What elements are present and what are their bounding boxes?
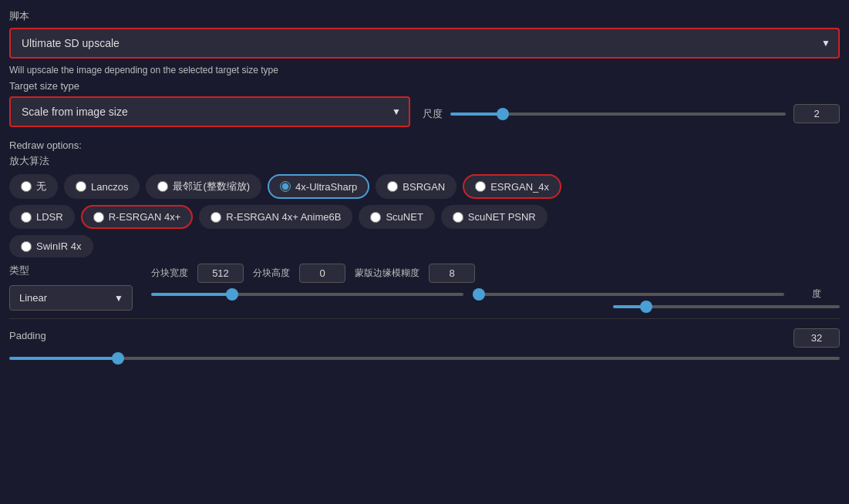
divider	[9, 318, 840, 319]
radio-label-ultrasharp: 4x-UltraSharp	[295, 181, 357, 193]
padding-section: Padding	[9, 328, 840, 362]
mask-blur-input[interactable]	[429, 264, 475, 283]
radio-group-row1: 无 Lanczos 最邻近(整数缩放) 4x-UltraSharp BSRGAN…	[9, 174, 840, 199]
chunk-width-slider[interactable]	[151, 293, 463, 296]
radio-group-row2: LDSR R-ESRGAN 4x+ R-ESRGAN 4x+ Anime6B S…	[9, 205, 840, 229]
radio-resrgan-anime[interactable]	[211, 212, 221, 223]
padding-input[interactable]	[793, 328, 840, 348]
radio-label-scunet-psnr: ScuNET PSNR	[468, 211, 536, 223]
padding-label: Padding	[9, 330, 786, 341]
radio-item-scunet[interactable]: ScuNET	[359, 205, 434, 229]
mask-blur-label-2: 度	[812, 287, 821, 301]
radio-label-lanczos: Lanczos	[91, 181, 128, 193]
algo-label: 放大算法	[9, 154, 840, 168]
radio-label-esrgan4x: ESRGAN_4x	[490, 181, 549, 193]
radio-none[interactable]	[21, 181, 32, 192]
radio-scunet-psnr[interactable]	[453, 212, 463, 223]
chunk-width-input[interactable]	[197, 264, 244, 283]
padding-slider-container	[9, 351, 840, 362]
radio-ldsr[interactable]	[21, 212, 32, 223]
radio-resrgan4x[interactable]	[93, 212, 104, 223]
radio-item-lanczos[interactable]: Lanczos	[64, 174, 140, 199]
radio-item-nearest[interactable]: 最邻近(整数缩放)	[146, 174, 261, 199]
bottom-section: 类型 Linear ▼ 分块宽度 分块高度 蒙版边缘模糊度	[9, 264, 840, 311]
redraw-label: Redraw options:	[9, 139, 840, 151]
radio-item-resrgan4x[interactable]: R-ESRGAN 4x+	[81, 205, 194, 229]
chunk-width-label: 分块宽度	[151, 267, 188, 280]
type-dropdown-wrapper: Linear ▼	[9, 285, 133, 311]
radio-bsrgan[interactable]	[387, 181, 398, 192]
script-dropdown-wrapper: Ultimate SD upscale ▼	[9, 28, 840, 59]
radio-item-bsrgan[interactable]: BSRGAN	[376, 174, 457, 199]
hint-text: Will upscale the image depending on the …	[9, 65, 840, 76]
radio-label-nearest: 最邻近(整数缩放)	[173, 180, 250, 193]
radio-esrgan4x[interactable]	[475, 181, 486, 192]
chunk-height-label: 分块高度	[253, 267, 290, 280]
target-size-select[interactable]: Scale from image size	[9, 96, 410, 127]
chunk-height-input[interactable]	[299, 264, 345, 283]
radio-label-swinir: SwinIR 4x	[36, 240, 82, 252]
type-select[interactable]: Linear	[9, 285, 133, 311]
radio-item-scunet-psnr[interactable]: ScuNET PSNR	[441, 205, 547, 229]
radio-ultrasharp[interactable]	[280, 181, 291, 192]
chunk-height-slider[interactable]	[473, 293, 785, 296]
scale-label: 尺度	[423, 107, 443, 121]
script-label: 脚本	[9, 9, 840, 23]
radio-item-ldsr[interactable]: LDSR	[9, 205, 75, 229]
radio-label-ldsr: LDSR	[36, 211, 63, 223]
radio-nearest[interactable]	[157, 181, 168, 192]
type-label: 类型	[9, 264, 133, 277]
radio-item-none[interactable]: 无	[9, 174, 58, 199]
radio-item-ultrasharp[interactable]: 4x-UltraSharp	[268, 174, 369, 199]
radio-item-esrgan4x[interactable]: ESRGAN_4x	[463, 174, 561, 199]
radio-item-resrgan-anime[interactable]: R-ESRGAN 4x+ Anime6B	[199, 205, 352, 229]
radio-label-resrgan4x: R-ESRGAN 4x+	[109, 211, 181, 223]
mask-blur-label: 蒙版边缘模糊度	[355, 267, 419, 280]
target-size-dropdown-wrapper: Scale from image size ▼	[9, 96, 410, 127]
radio-label-none: 无	[36, 180, 46, 193]
radio-item-swinir[interactable]: SwinIR 4x	[9, 235, 93, 257]
radio-label-scunet: ScuNET	[386, 211, 423, 223]
target-size-label: Target size type	[9, 80, 410, 92]
type-col: 类型 Linear ▼	[9, 264, 133, 311]
radio-scunet[interactable]	[370, 212, 381, 223]
scale-slider-container	[450, 113, 786, 116]
radio-swinir[interactable]	[21, 241, 32, 252]
radio-group-row3: SwinIR 4x	[9, 235, 840, 257]
radio-label-resrgan-anime: R-ESRGAN 4x+ Anime6B	[226, 211, 341, 223]
padding-slider[interactable]	[9, 357, 840, 360]
radio-lanczos[interactable]	[76, 181, 86, 192]
scale-slider[interactable]	[450, 113, 786, 116]
radio-label-bsrgan: BSRGAN	[403, 181, 445, 193]
scale-number-input[interactable]	[793, 104, 840, 123]
mask-blur-slider[interactable]	[613, 305, 840, 308]
script-select[interactable]: Ultimate SD upscale	[9, 28, 840, 59]
